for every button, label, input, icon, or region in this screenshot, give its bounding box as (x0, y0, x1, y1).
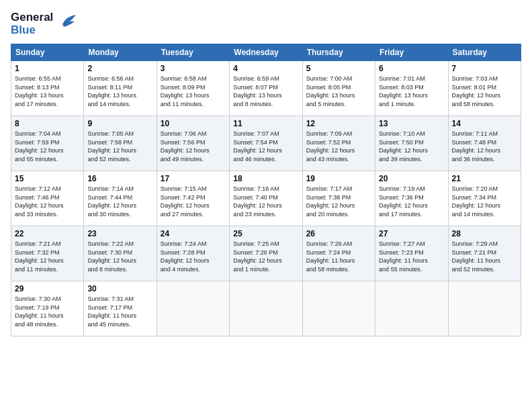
weekday-header-saturday: Saturday (448, 44, 521, 61)
day-info: Sunrise: 7:20 AM Sunset: 7:34 PM Dayligh… (452, 185, 517, 218)
day-number: 20 (379, 174, 444, 183)
day-number: 10 (161, 119, 226, 128)
day-number: 1 (15, 64, 80, 73)
day-info: Sunrise: 7:11 AM Sunset: 7:48 PM Dayligh… (452, 130, 517, 163)
weekday-header-sunday: Sunday (11, 44, 84, 61)
calendar-cell: 21Sunrise: 7:20 AM Sunset: 7:34 PM Dayli… (448, 171, 521, 226)
logo-bird-icon (57, 11, 79, 37)
day-info: Sunrise: 7:30 AM Sunset: 7:19 PM Dayligh… (15, 295, 80, 328)
day-number: 13 (379, 119, 444, 128)
calendar-cell: 19Sunrise: 7:17 AM Sunset: 7:38 PM Dayli… (302, 171, 375, 226)
calendar-cell: 18Sunrise: 7:16 AM Sunset: 7:40 PM Dayli… (230, 171, 302, 226)
calendar-cell: 9Sunrise: 7:05 AM Sunset: 7:58 PM Daylig… (84, 116, 157, 171)
day-info: Sunrise: 7:31 AM Sunset: 7:17 PM Dayligh… (87, 295, 152, 328)
calendar-cell: 24Sunrise: 7:24 AM Sunset: 7:28 PM Dayli… (157, 226, 229, 281)
day-number: 5 (306, 64, 371, 73)
day-info: Sunrise: 7:25 AM Sunset: 7:26 PM Dayligh… (233, 240, 298, 273)
day-info: Sunrise: 6:59 AM Sunset: 8:07 PM Dayligh… (233, 75, 298, 108)
day-info: Sunrise: 7:07 AM Sunset: 7:54 PM Dayligh… (233, 130, 298, 163)
day-info: Sunrise: 7:03 AM Sunset: 8:01 PM Dayligh… (452, 75, 517, 108)
day-number: 4 (233, 64, 298, 73)
weekday-header-thursday: Thursday (302, 44, 375, 61)
day-number: 21 (452, 174, 517, 183)
day-info: Sunrise: 7:06 AM Sunset: 7:56 PM Dayligh… (161, 130, 226, 163)
day-info: Sunrise: 7:26 AM Sunset: 7:24 PM Dayligh… (306, 240, 371, 273)
day-number: 19 (306, 174, 371, 183)
day-number: 15 (15, 174, 80, 183)
day-number: 17 (161, 174, 226, 183)
calendar-cell: 25Sunrise: 7:25 AM Sunset: 7:26 PM Dayli… (230, 226, 302, 281)
day-number: 27 (379, 229, 444, 238)
day-number: 14 (452, 119, 517, 128)
day-info: Sunrise: 7:21 AM Sunset: 7:32 PM Dayligh… (15, 240, 80, 273)
day-number: 7 (452, 64, 517, 73)
day-number: 8 (15, 119, 80, 128)
calendar-cell: 5Sunrise: 7:00 AM Sunset: 8:05 PM Daylig… (302, 61, 375, 116)
day-info: Sunrise: 7:19 AM Sunset: 7:36 PM Dayligh… (379, 185, 444, 218)
page-header: General Blue (11, 11, 521, 37)
day-info: Sunrise: 7:24 AM Sunset: 7:28 PM Dayligh… (161, 240, 226, 273)
day-number: 9 (87, 119, 152, 128)
calendar-cell: 13Sunrise: 7:10 AM Sunset: 7:50 PM Dayli… (375, 116, 448, 171)
calendar-cell (448, 281, 521, 336)
weekday-header-tuesday: Tuesday (157, 44, 229, 61)
weekday-header-monday: Monday (84, 44, 157, 61)
calendar-cell: 22Sunrise: 7:21 AM Sunset: 7:32 PM Dayli… (11, 226, 84, 281)
calendar-cell: 1Sunrise: 6:55 AM Sunset: 8:13 PM Daylig… (11, 61, 84, 116)
day-number: 16 (87, 174, 152, 183)
calendar-cell: 15Sunrise: 7:12 AM Sunset: 7:46 PM Dayli… (11, 171, 84, 226)
calendar-cell: 6Sunrise: 7:01 AM Sunset: 8:03 PM Daylig… (375, 61, 448, 116)
day-number: 11 (233, 119, 298, 128)
logo-text-general: General (11, 11, 53, 24)
calendar-cell: 20Sunrise: 7:19 AM Sunset: 7:36 PM Dayli… (375, 171, 448, 226)
calendar-cell: 14Sunrise: 7:11 AM Sunset: 7:48 PM Dayli… (448, 116, 521, 171)
day-info: Sunrise: 7:27 AM Sunset: 7:23 PM Dayligh… (379, 240, 444, 273)
day-number: 30 (87, 284, 152, 293)
calendar-cell: 23Sunrise: 7:22 AM Sunset: 7:30 PM Dayli… (84, 226, 157, 281)
day-info: Sunrise: 7:16 AM Sunset: 7:40 PM Dayligh… (233, 185, 298, 218)
day-info: Sunrise: 6:56 AM Sunset: 8:11 PM Dayligh… (87, 75, 152, 108)
calendar-cell: 16Sunrise: 7:14 AM Sunset: 7:44 PM Dayli… (84, 171, 157, 226)
day-info: Sunrise: 7:12 AM Sunset: 7:46 PM Dayligh… (15, 185, 80, 218)
day-info: Sunrise: 7:29 AM Sunset: 7:21 PM Dayligh… (452, 240, 517, 273)
day-info: Sunrise: 7:17 AM Sunset: 7:38 PM Dayligh… (306, 185, 371, 218)
calendar-cell: 27Sunrise: 7:27 AM Sunset: 7:23 PM Dayli… (375, 226, 448, 281)
logo-text-blue: Blue (11, 24, 53, 37)
day-number: 26 (306, 229, 371, 238)
day-info: Sunrise: 7:10 AM Sunset: 7:50 PM Dayligh… (379, 130, 444, 163)
day-number: 23 (87, 229, 152, 238)
day-info: Sunrise: 6:55 AM Sunset: 8:13 PM Dayligh… (15, 75, 80, 108)
day-info: Sunrise: 7:09 AM Sunset: 7:52 PM Dayligh… (306, 130, 371, 163)
calendar-cell: 3Sunrise: 6:58 AM Sunset: 8:09 PM Daylig… (157, 61, 229, 116)
day-number: 24 (161, 229, 226, 238)
day-number: 6 (379, 64, 444, 73)
calendar-cell: 10Sunrise: 7:06 AM Sunset: 7:56 PM Dayli… (157, 116, 229, 171)
calendar-cell (375, 281, 448, 336)
day-info: Sunrise: 7:00 AM Sunset: 8:05 PM Dayligh… (306, 75, 371, 108)
day-info: Sunrise: 7:04 AM Sunset: 7:59 PM Dayligh… (15, 130, 80, 163)
calendar-cell: 2Sunrise: 6:56 AM Sunset: 8:11 PM Daylig… (84, 61, 157, 116)
calendar-cell: 17Sunrise: 7:15 AM Sunset: 7:42 PM Dayli… (157, 171, 229, 226)
calendar-cell: 11Sunrise: 7:07 AM Sunset: 7:54 PM Dayli… (230, 116, 302, 171)
day-info: Sunrise: 7:22 AM Sunset: 7:30 PM Dayligh… (87, 240, 152, 273)
calendar-cell: 26Sunrise: 7:26 AM Sunset: 7:24 PM Dayli… (302, 226, 375, 281)
calendar-cell (157, 281, 229, 336)
weekday-header-wednesday: Wednesday (230, 44, 302, 61)
day-info: Sunrise: 7:01 AM Sunset: 8:03 PM Dayligh… (379, 75, 444, 108)
day-info: Sunrise: 7:14 AM Sunset: 7:44 PM Dayligh… (87, 185, 152, 218)
calendar-cell: 7Sunrise: 7:03 AM Sunset: 8:01 PM Daylig… (448, 61, 521, 116)
calendar-cell (230, 281, 302, 336)
day-number: 18 (233, 174, 298, 183)
calendar-cell: 29Sunrise: 7:30 AM Sunset: 7:19 PM Dayli… (11, 281, 84, 336)
day-number: 22 (15, 229, 80, 238)
day-number: 29 (15, 284, 80, 293)
calendar-cell (302, 281, 375, 336)
day-info: Sunrise: 7:15 AM Sunset: 7:42 PM Dayligh… (161, 185, 226, 218)
day-number: 28 (452, 229, 517, 238)
day-number: 2 (87, 64, 152, 73)
logo: General Blue (11, 11, 79, 37)
day-number: 12 (306, 119, 371, 128)
calendar-cell: 8Sunrise: 7:04 AM Sunset: 7:59 PM Daylig… (11, 116, 84, 171)
calendar-cell: 30Sunrise: 7:31 AM Sunset: 7:17 PM Dayli… (84, 281, 157, 336)
weekday-header-friday: Friday (375, 44, 448, 61)
